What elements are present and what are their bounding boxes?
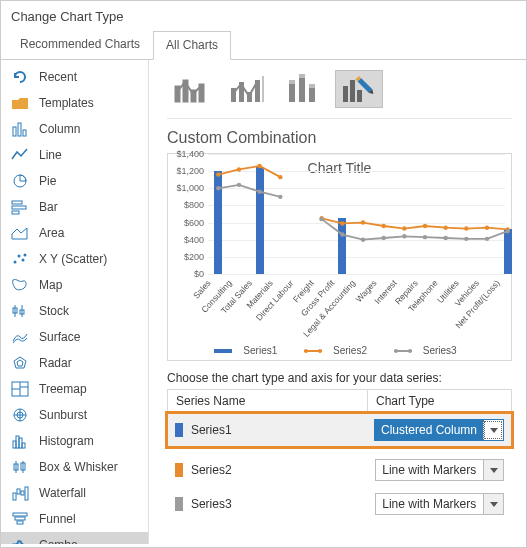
svg-marker-16 xyxy=(17,360,23,366)
series3-chart-type-dropdown[interactable]: Line with Markers xyxy=(375,493,504,515)
chart-legend: Series1 Series2 Series3 xyxy=(168,345,511,356)
sidebar-item-surface[interactable]: Surface xyxy=(1,324,148,350)
combo-subtype-3[interactable] xyxy=(279,70,327,108)
sidebar-item-waterfall[interactable]: Waterfall xyxy=(1,480,148,506)
tab-recommended-charts[interactable]: Recommended Charts xyxy=(7,30,153,59)
svg-rect-0 xyxy=(13,127,16,136)
column-icon xyxy=(11,121,29,137)
chart-x-axis-labels: SalesConsultingTotal SalesMaterialsDirec… xyxy=(208,276,505,332)
sidebar-item-area[interactable]: Area xyxy=(1,220,148,246)
svg-rect-58 xyxy=(343,86,348,102)
combo-subtype-1[interactable] xyxy=(167,70,215,108)
series-row-1[interactable]: Series1 Clustered Column xyxy=(167,413,512,447)
sidebar-item-treemap[interactable]: Treemap xyxy=(1,376,148,402)
surface-icon xyxy=(11,329,29,345)
svg-rect-60 xyxy=(357,90,362,102)
sidebar-item-label: Recent xyxy=(39,70,77,84)
series3-swatch-icon xyxy=(175,497,183,511)
chart-bars xyxy=(208,154,505,274)
sidebar-item-stock[interactable]: Stock xyxy=(1,298,148,324)
change-chart-type-dialog: Change Chart Type Recommended Charts All… xyxy=(0,0,527,548)
sidebar-item-label: Waterfall xyxy=(39,486,86,500)
combo-subtype-2[interactable] xyxy=(223,70,271,108)
line-icon xyxy=(11,147,29,163)
svg-rect-5 xyxy=(12,206,26,209)
sidebar-item-label: Funnel xyxy=(39,512,76,526)
sidebar-item-sunburst[interactable]: Sunburst xyxy=(1,402,148,428)
templates-icon xyxy=(11,95,29,111)
bar-icon xyxy=(11,199,29,215)
series2-swatch-icon xyxy=(175,463,183,477)
svg-rect-2 xyxy=(23,130,26,136)
sidebar-item-x-y-scatter-[interactable]: X Y (Scatter) xyxy=(1,246,148,272)
svg-rect-52 xyxy=(289,84,295,102)
sidebar-item-label: Treemap xyxy=(39,382,87,396)
sidebar-item-column[interactable]: Column xyxy=(1,116,148,142)
series1-name: Series1 xyxy=(191,423,366,437)
sidebar-item-funnel[interactable]: Funnel xyxy=(1,506,148,532)
sidebar-item-recent[interactable]: Recent xyxy=(1,64,148,90)
sidebar-item-box-whisker[interactable]: Box & Whisker xyxy=(1,454,148,480)
sidebar-item-bar[interactable]: Bar xyxy=(1,194,148,220)
sidebar-item-label: Area xyxy=(39,226,64,240)
sidebar-item-label: Stock xyxy=(39,304,69,318)
combo-subtype-custom[interactable] xyxy=(335,70,383,108)
series2-name: Series2 xyxy=(191,463,367,477)
series1-chart-type-dropdown[interactable]: Clustered Column xyxy=(374,419,504,441)
svg-rect-39 xyxy=(17,521,23,524)
series-row-3[interactable]: Series3 Line with Markers xyxy=(167,487,512,521)
sidebar-item-line[interactable]: Line xyxy=(1,142,148,168)
sidebar-item-templates[interactable]: Templates xyxy=(1,90,148,116)
svg-rect-28 xyxy=(22,443,25,448)
sidebar-item-label: Histogram xyxy=(39,434,94,448)
sidebar-item-label: Bar xyxy=(39,200,58,214)
series1-swatch-icon xyxy=(175,423,183,437)
scatter-icon xyxy=(11,251,29,267)
chart-preview: Chart Title $0$200$400$600$800$1,000$1,2… xyxy=(167,153,512,361)
sidebar-item-label: X Y (Scatter) xyxy=(39,252,107,266)
sidebar-item-histogram[interactable]: Histogram xyxy=(1,428,148,454)
sidebar-item-label: Sunburst xyxy=(39,408,87,422)
chevron-down-icon[interactable] xyxy=(483,460,503,480)
sidebar-item-pie[interactable]: Pie xyxy=(1,168,148,194)
series-row-2[interactable]: Series2 Line with Markers xyxy=(167,453,512,487)
dialog-title: Change Chart Type xyxy=(1,1,526,30)
chevron-down-icon[interactable] xyxy=(483,494,503,514)
sidebar-item-label: Map xyxy=(39,278,62,292)
series-prompt: Choose the chart type and axis for your … xyxy=(167,371,512,385)
svg-rect-36 xyxy=(25,487,28,500)
svg-rect-53 xyxy=(299,78,305,102)
svg-rect-1 xyxy=(18,123,21,136)
svg-rect-55 xyxy=(289,80,295,84)
svg-rect-35 xyxy=(21,491,24,495)
svg-rect-34 xyxy=(17,489,20,494)
sunburst-icon xyxy=(11,407,29,423)
panel-heading: Custom Combination xyxy=(167,129,512,147)
tab-all-charts[interactable]: All Charts xyxy=(153,31,231,60)
chevron-down-icon[interactable] xyxy=(483,420,503,440)
svg-rect-54 xyxy=(309,88,315,102)
recent-icon xyxy=(11,69,29,85)
svg-rect-4 xyxy=(12,201,22,204)
sidebar-item-label: Pie xyxy=(39,174,56,188)
header-series-name: Series Name xyxy=(168,390,368,412)
sidebar-item-label: Combo xyxy=(39,538,78,544)
tab-strip: Recommended Charts All Charts xyxy=(1,30,526,60)
combo-icon xyxy=(11,537,29,544)
sidebar-item-combo[interactable]: Combo xyxy=(1,532,148,544)
svg-rect-37 xyxy=(13,513,27,516)
radar-icon xyxy=(11,355,29,371)
map-icon xyxy=(11,277,29,293)
area-icon xyxy=(11,225,29,241)
chart-y-axis-labels: $0$200$400$600$800$1,000$1,200$1,400 xyxy=(168,154,208,274)
sidebar-item-radar[interactable]: Radar xyxy=(1,350,148,376)
svg-rect-33 xyxy=(13,493,16,500)
funnel-icon xyxy=(11,511,29,527)
svg-rect-59 xyxy=(350,80,355,102)
series2-chart-type-dropdown[interactable]: Line with Markers xyxy=(375,459,504,481)
sidebar-item-label: Templates xyxy=(39,96,94,110)
stock-icon xyxy=(11,303,29,319)
svg-point-10 xyxy=(24,254,27,257)
sidebar-item-map[interactable]: Map xyxy=(1,272,148,298)
histogram-icon xyxy=(11,433,29,449)
